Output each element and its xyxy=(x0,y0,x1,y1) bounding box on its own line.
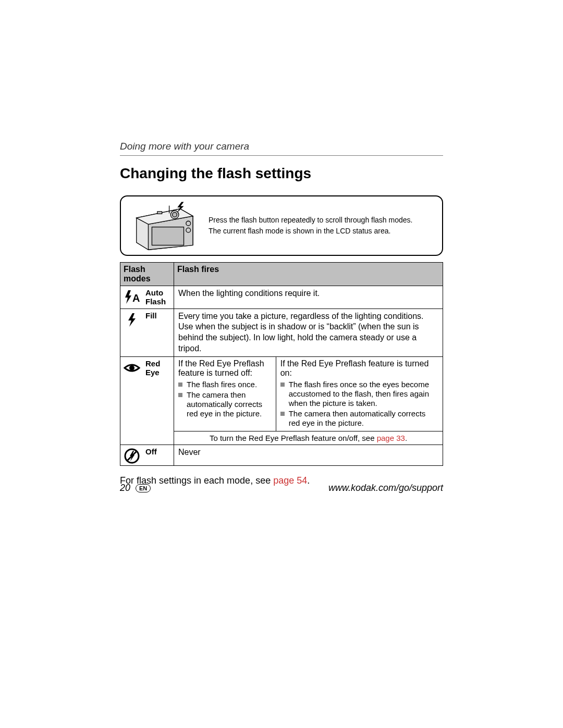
redeye-on-title: If the Red Eye Preflash feature is turne… xyxy=(280,359,438,378)
figure-caption: Press the flash button repeatedly to scr… xyxy=(203,215,435,237)
svg-point-14 xyxy=(129,365,134,371)
list-item: The flash fires once so the eyes become … xyxy=(280,380,438,408)
svg-text:A: A xyxy=(132,292,140,304)
svg-marker-11 xyxy=(125,290,131,304)
mode-desc: Never xyxy=(174,445,443,465)
section-label: Doing more with your camera xyxy=(120,141,443,152)
page-title: Changing the flash settings xyxy=(120,165,443,182)
manual-page: Doing more with your camera Changing the… xyxy=(0,0,563,728)
mode-label: Auto Flash xyxy=(143,286,174,309)
svg-point-5 xyxy=(173,213,177,217)
table-row: Off Never xyxy=(120,445,443,465)
col-header-fires: Flash fires xyxy=(174,263,443,286)
redeye-toggle-note: To turn the Red Eye Preflash feature on/… xyxy=(174,431,443,445)
mode-label: Off xyxy=(143,445,174,465)
col-header-modes: Flash modes xyxy=(120,263,174,286)
flash-off-icon xyxy=(120,445,144,465)
svg-point-8 xyxy=(186,228,191,232)
red-eye-icon xyxy=(120,356,144,445)
redeye-off-title: If the Red Eye Preflash feature is turne… xyxy=(178,359,272,378)
camera-illustration xyxy=(125,201,203,251)
table-row: A Auto Flash When the lighting condition… xyxy=(120,286,443,309)
flash-modes-table: Flash modes Flash fires A Auto Flash Whe… xyxy=(120,262,443,466)
mode-label: Red Eye xyxy=(143,356,174,445)
figure-line: Press the flash button repeatedly to scr… xyxy=(209,215,435,226)
page-link[interactable]: page 33 xyxy=(377,434,405,442)
support-url: www.kodak.com/go/support xyxy=(328,483,443,493)
divider xyxy=(120,155,443,156)
svg-rect-3 xyxy=(152,227,183,245)
mode-desc: When the lighting conditions require it. xyxy=(174,286,443,309)
instruction-figure: Press the flash button repeatedly to scr… xyxy=(120,195,443,256)
mode-desc: Every time you take a picture, regardles… xyxy=(174,309,443,356)
table-row: Fill Every time you take a picture, rega… xyxy=(120,309,443,356)
auto-flash-icon: A xyxy=(120,286,144,309)
mode-label: Fill xyxy=(143,309,174,356)
page-footer: 20 EN www.kodak.com/go/support xyxy=(120,483,443,493)
svg-point-7 xyxy=(186,221,191,226)
fill-flash-icon xyxy=(120,309,144,356)
svg-rect-6 xyxy=(157,212,162,214)
svg-marker-13 xyxy=(128,313,136,327)
page-number: 20 xyxy=(120,483,130,493)
language-badge: EN xyxy=(136,484,151,492)
mode-desc: If the Red Eye Preflash feature is turne… xyxy=(174,356,443,445)
list-item: The camera then automatically corrects r… xyxy=(280,409,438,428)
table-row: Red Eye If the Red Eye Preflash feature … xyxy=(120,356,443,445)
list-item: The flash fires once. xyxy=(178,380,272,389)
list-item: The camera then automatically corrects r… xyxy=(178,390,272,418)
figure-line: The current flash mode is shown in the L… xyxy=(209,226,435,237)
